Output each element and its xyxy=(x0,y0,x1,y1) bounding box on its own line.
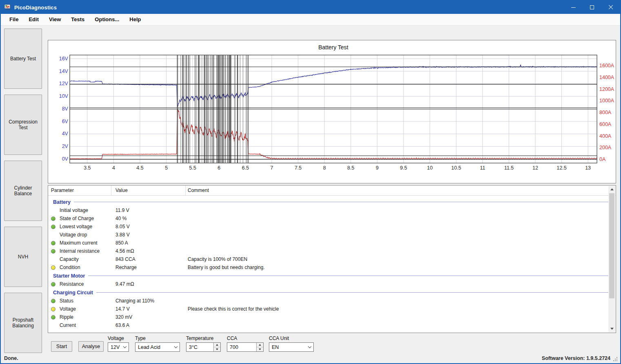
section-rule xyxy=(74,202,610,202)
status-led-green xyxy=(51,249,55,254)
parameter-name: Lowest voltage xyxy=(60,224,115,229)
close-button[interactable] xyxy=(601,1,620,14)
svg-text:1000A: 1000A xyxy=(599,98,614,104)
temperature-stepper[interactable]: 3°C xyxy=(186,342,221,352)
menu-item-edit[interactable]: Edit xyxy=(24,14,43,25)
sidebar-item-battery-test[interactable]: Battery Test xyxy=(4,29,42,89)
controls-bar: Start Analyse Voltage 12V Type Lead Acid xyxy=(48,334,616,353)
temperature-down-button[interactable] xyxy=(214,347,220,351)
status-led-green xyxy=(51,282,55,287)
menu-item-help[interactable]: Help xyxy=(125,14,145,25)
cca-unit-select[interactable]: EN xyxy=(269,342,314,352)
svg-text:8: 8 xyxy=(323,165,326,171)
maximize-button[interactable] xyxy=(583,1,601,14)
svg-text:10V: 10V xyxy=(59,93,69,99)
svg-text:1400A: 1400A xyxy=(599,75,614,80)
arrow-down-icon xyxy=(216,349,218,350)
svg-text:16V: 16V xyxy=(59,56,69,62)
svg-text:8V: 8V xyxy=(62,106,69,112)
parameter-value: 8.05 V xyxy=(115,224,188,229)
parameter-value: 40 % xyxy=(115,216,188,221)
table-row: StatusCharging at 110% xyxy=(48,297,616,305)
svg-text:10.5: 10.5 xyxy=(451,165,461,171)
status-led-yellow xyxy=(51,307,55,311)
sidebar-item-cylinder-balance[interactable]: Cylinder Balance xyxy=(4,161,42,221)
svg-text:3.5: 3.5 xyxy=(84,165,91,171)
column-header-comment: Comment xyxy=(186,185,616,195)
parameter-value: 9.47 mΩ xyxy=(115,281,188,287)
menu-item-tests[interactable]: Tests xyxy=(67,14,89,25)
svg-text:0A: 0A xyxy=(599,157,606,162)
voltage-select[interactable]: 12V xyxy=(108,342,129,352)
window-title: PicoDiagnostics xyxy=(14,4,57,11)
svg-text:5.5: 5.5 xyxy=(189,165,196,171)
chevron-down-icon xyxy=(121,346,129,348)
svg-text:12: 12 xyxy=(532,165,538,171)
svg-text:5: 5 xyxy=(165,165,168,171)
scrollbar-thumb[interactable] xyxy=(609,193,614,298)
svg-text:9: 9 xyxy=(376,165,379,171)
temperature-up-button[interactable] xyxy=(214,343,220,347)
voltage-label: Voltage xyxy=(108,335,129,341)
svg-text:2V: 2V xyxy=(62,143,69,149)
parameter-value: Charging at 110% xyxy=(115,298,188,304)
analyse-button[interactable]: Analyse xyxy=(78,341,104,352)
sidebar-item-nvh[interactable]: NVH xyxy=(4,227,42,287)
parameter-name: Current xyxy=(60,322,115,328)
chevron-up-icon xyxy=(610,188,614,190)
status-led-yellow xyxy=(51,265,55,270)
status-text: Done. xyxy=(4,355,18,361)
menu-item-file[interactable]: File xyxy=(5,14,23,25)
svg-text:11: 11 xyxy=(480,165,485,171)
svg-text:7.5: 7.5 xyxy=(295,165,302,171)
section-header-charging-circuit: Charging Circuit xyxy=(48,288,616,297)
section-header-battery: Battery xyxy=(48,198,616,206)
start-button[interactable]: Start xyxy=(51,341,72,352)
software-version: Software Version: 1.9.5.2724 xyxy=(542,355,610,361)
arrow-up-icon xyxy=(259,344,261,346)
type-label: Type xyxy=(135,335,180,341)
section-rule xyxy=(96,292,610,293)
battery-type-select[interactable]: Lead Acid xyxy=(135,342,180,352)
parameter-value: 11.9 V xyxy=(115,207,188,213)
section-title: Battery xyxy=(53,199,71,205)
scroll-down-button[interactable] xyxy=(608,325,615,332)
svg-text:800A: 800A xyxy=(599,110,612,115)
status-led-green xyxy=(51,241,55,245)
cca-down-button[interactable] xyxy=(257,347,263,351)
sidebar-item-propshaft-balancing[interactable]: Propshaft Balancing xyxy=(4,293,42,353)
parameter-value: Recharge xyxy=(115,265,188,270)
temperature-value: 3°C xyxy=(186,343,213,351)
parameter-name: Status xyxy=(60,298,115,304)
title-bar: PicoDiagnostics xyxy=(1,1,620,14)
parameter-value: 14.7 V xyxy=(115,306,188,312)
sidebar: Battery TestCompression TestCylinder Bal… xyxy=(4,29,42,353)
parameter-name: State of Charge xyxy=(60,216,115,221)
resize-grip-icon[interactable] xyxy=(613,357,618,362)
table-row: Initial voltage11.9 V xyxy=(48,206,616,214)
table-row: Lowest voltage8.05 V xyxy=(48,223,616,231)
minimize-button[interactable] xyxy=(564,1,583,14)
cca-up-button[interactable] xyxy=(257,343,263,347)
svg-text:11.5: 11.5 xyxy=(504,165,514,171)
status-led-green xyxy=(51,225,55,229)
menu-item-view[interactable]: View xyxy=(44,14,65,25)
svg-text:0V: 0V xyxy=(62,156,69,162)
cca-unit-select-value: EN xyxy=(269,344,306,350)
cca-stepper[interactable]: 700 xyxy=(227,342,264,352)
vertical-scrollbar[interactable] xyxy=(608,186,615,332)
parameter-name: Voltage xyxy=(60,306,115,312)
parameter-name: Voltage drop xyxy=(60,232,115,238)
battery-type-select-value: Lead Acid xyxy=(135,344,172,350)
section-header-starter-motor: Starter Motor xyxy=(48,271,616,280)
sidebar-item-compression-test[interactable]: Compression Test xyxy=(4,95,42,155)
parameter-comment: Please check this is correct for the veh… xyxy=(188,306,616,312)
scroll-up-button[interactable] xyxy=(608,186,615,193)
chevron-down-icon xyxy=(172,346,180,348)
chevron-down-icon xyxy=(610,328,614,330)
minimize-icon xyxy=(571,7,576,8)
svg-text:4: 4 xyxy=(112,165,115,171)
status-led-green xyxy=(51,216,55,221)
arrow-up-icon xyxy=(216,344,218,346)
menu-item-options[interactable]: Options... xyxy=(90,14,124,25)
